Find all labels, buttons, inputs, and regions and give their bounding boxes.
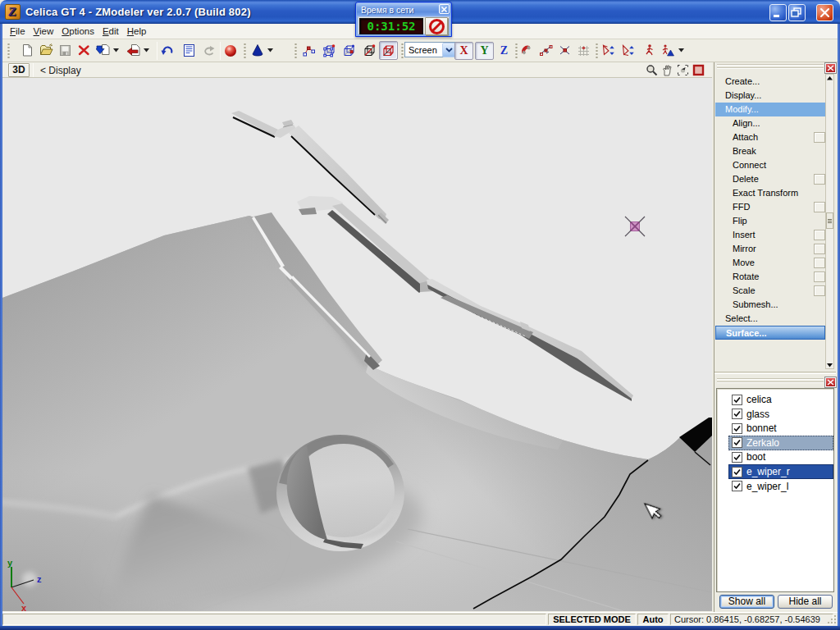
toolbar-grip[interactable] (401, 43, 404, 59)
visibility-checkbox[interactable] (732, 409, 742, 419)
view-mode-3d-button[interactable]: 3D (8, 63, 30, 77)
scroll-down-arrow[interactable] (826, 362, 833, 368)
command-surface[interactable]: Surface... (715, 326, 825, 340)
character-tools-dropdown[interactable] (677, 41, 685, 60)
menu-edit[interactable]: Edit (98, 25, 123, 39)
edges-mode-button[interactable] (320, 41, 339, 60)
command-panel-close-button[interactable] (825, 63, 836, 73)
create-primitive-button[interactable] (248, 41, 267, 60)
object-row-bonnet[interactable]: bonnet (719, 421, 822, 436)
visibility-checkbox[interactable] (732, 395, 742, 405)
new-file-button[interactable] (18, 41, 37, 60)
magnet-snap-button[interactable] (517, 41, 536, 60)
bones-mode-button[interactable] (599, 41, 618, 60)
import-button[interactable] (94, 41, 112, 60)
export-button[interactable] (124, 41, 143, 60)
restore-button[interactable] (788, 4, 806, 21)
object-row-celica[interactable]: celica (719, 392, 822, 407)
axis-y-button[interactable]: Y (475, 42, 494, 60)
viewport-3d[interactable]: y z x (2, 78, 712, 611)
coordinate-space-combo[interactable]: Screen (404, 42, 456, 57)
show-all-button[interactable]: Show all (719, 595, 774, 609)
polygons-mode-button[interactable] (340, 41, 358, 60)
status-auto[interactable]: Auto (637, 614, 669, 625)
axis-x-button[interactable]: X (454, 42, 473, 60)
network-time-window[interactable]: Время в сети 0:31:52 (355, 2, 452, 37)
vertices-mode-button[interactable] (299, 41, 318, 60)
pan-tool-button[interactable] (660, 63, 674, 77)
command-create[interactable]: Create... (715, 75, 825, 89)
zoom-tool-button[interactable] (645, 63, 659, 77)
animation-button[interactable] (640, 41, 659, 60)
material-editor-button[interactable] (221, 41, 240, 60)
objects-panel-close-button[interactable] (825, 377, 836, 387)
command-break[interactable]: Break (715, 144, 825, 158)
objects-mode-button[interactable] (360, 41, 379, 60)
object-row-e-wiper-r[interactable]: e_wiper_r (719, 464, 822, 479)
redo-button[interactable] (199, 41, 218, 60)
object-row-boot[interactable]: boot (719, 450, 822, 464)
axis-z-button[interactable]: Z (495, 42, 514, 60)
command-scale[interactable]: Scale (715, 284, 825, 298)
command-connect[interactable]: Connect (715, 158, 825, 172)
command-option-box[interactable] (814, 244, 825, 254)
command-flip[interactable]: Flip (715, 214, 825, 228)
command-display[interactable]: Display... (715, 89, 825, 103)
command-option-box[interactable] (814, 258, 825, 268)
command-option-box[interactable] (814, 272, 825, 282)
command-option-box[interactable] (814, 174, 825, 185)
undo-button[interactable] (158, 41, 176, 60)
toolbar-grip[interactable] (7, 43, 10, 59)
command-option-box[interactable] (814, 230, 825, 240)
resize-grip[interactable] (827, 614, 838, 625)
object-row-glass[interactable]: glass (719, 407, 822, 422)
visibility-checkbox[interactable] (732, 437, 742, 448)
command-delete[interactable]: Delete (715, 172, 825, 186)
visibility-checkbox[interactable] (732, 452, 742, 463)
network-time-titlebar[interactable]: Время в сети (357, 3, 450, 16)
command-modify[interactable]: Modify... (715, 103, 825, 116)
object-row-e-wiper-l[interactable]: e_wiper_l (719, 479, 822, 494)
network-time-close-button[interactable] (439, 4, 450, 14)
command-ffd[interactable]: FFD (715, 200, 825, 214)
command-mirror[interactable]: Mirror (715, 242, 825, 256)
command-option-box[interactable] (814, 285, 825, 296)
visibility-checkbox[interactable] (732, 423, 742, 434)
character-tools-button[interactable] (658, 41, 677, 60)
scrollbar-thumb[interactable] (826, 212, 833, 229)
viewport-breadcrumb[interactable]: < Display (40, 65, 81, 76)
snap-grid-button[interactable] (574, 41, 593, 60)
disconnect-button[interactable] (425, 17, 448, 35)
export-dropdown[interactable] (142, 41, 150, 60)
command-insert[interactable]: Insert (715, 228, 825, 242)
combo-dropdown-button[interactable] (442, 43, 455, 57)
maximize-viewport-button[interactable] (692, 63, 705, 77)
orbit-tool-button[interactable] (676, 63, 690, 77)
import-dropdown[interactable] (112, 41, 120, 60)
weld-vertices-button[interactable] (536, 41, 555, 60)
menu-file[interactable]: File (6, 25, 30, 39)
command-submesh[interactable]: Submesh... (715, 298, 825, 312)
command-select[interactable]: Select... (715, 312, 825, 326)
save-button[interactable] (56, 41, 75, 60)
panel-grip[interactable] (717, 64, 824, 68)
app-icon[interactable]: Z (5, 4, 21, 20)
object-row-zerkalo[interactable]: Zerkalo (719, 436, 822, 450)
command-exact-transform[interactable]: Exact Transform (715, 186, 825, 200)
toolbar-grip[interactable] (294, 43, 297, 59)
selected-mode-button[interactable] (379, 41, 398, 60)
visibility-checkbox[interactable] (732, 467, 742, 477)
visibility-checkbox[interactable] (732, 481, 742, 491)
command-align[interactable]: Align... (715, 116, 825, 130)
command-option-box[interactable] (814, 132, 825, 143)
menu-view[interactable]: View (30, 25, 58, 39)
hide-all-button[interactable]: Hide all (778, 595, 833, 609)
menu-help[interactable]: Help (123, 25, 151, 39)
minimize-button[interactable] (769, 4, 787, 21)
log-button[interactable] (180, 41, 199, 60)
create-primitive-dropdown[interactable] (266, 41, 274, 60)
panel-grip[interactable] (717, 378, 824, 382)
close-button[interactable] (816, 4, 833, 21)
wiper-axle-hole[interactable] (276, 435, 404, 551)
command-option-box[interactable] (814, 202, 825, 212)
